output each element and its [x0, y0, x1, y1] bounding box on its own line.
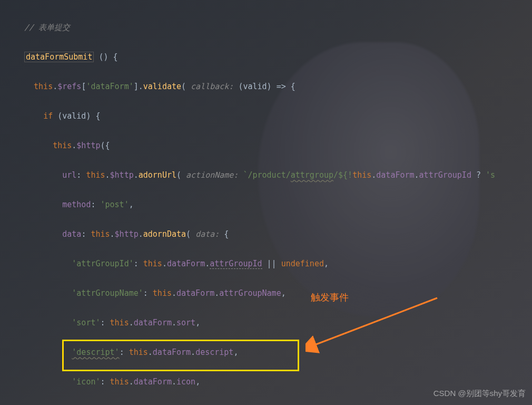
code-editor[interactable]: // 表单提交 dataFormSubmit () { this.$refs['… [0, 0, 532, 405]
function-name: dataFormSubmit [24, 52, 94, 62]
annotation-label: 触发事件 [311, 290, 349, 305]
comment-line: // 表单提交 [24, 23, 70, 32]
watermark-text: CSDN @别团等shy哥发育 [434, 386, 526, 401]
